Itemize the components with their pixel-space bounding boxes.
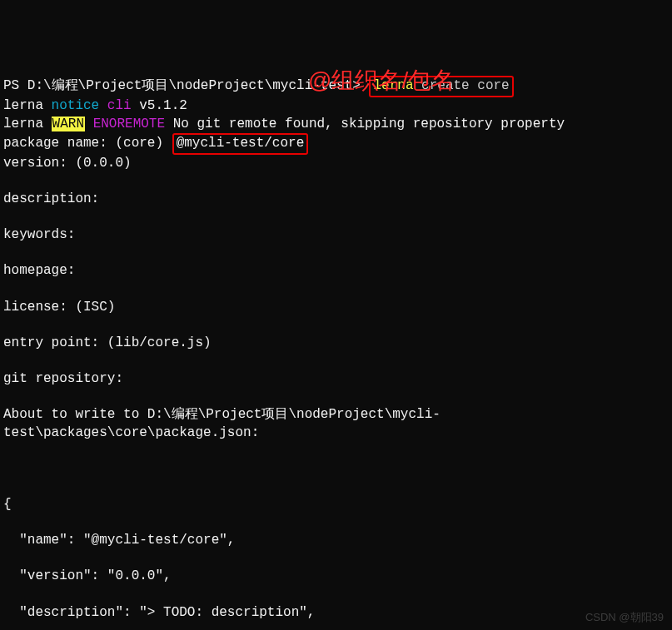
json-description: "description": "> TODO: description", [3,604,669,623]
description-line: description: [3,191,669,209]
highlight-box-pkgname: @mycli-test/core [172,133,309,155]
version-line: version: (0.0.0) [3,155,669,173]
homepage-line: homepage: [3,262,669,280]
lerna-notice-line: lerna notice cli v5.1.2 [3,97,669,116]
license-line: license: (ISC) [3,299,669,317]
package-name-line: package name: (core) @mycli-test/core [3,133,669,155]
json-version: "version": "0.0.0", [3,568,669,586]
json-name: "name": "@mycli-test/core", [3,532,669,550]
lerna-warn-line: lerna WARN ENOREMOTE No git remote found… [3,116,669,134]
entry-point-line: entry point: (lib/core.js) [3,335,669,353]
watermark-text: CSDN @朝阳39 [585,610,664,625]
about-to-write-line: About to write to D:\编程\Project项目\nodePr… [3,406,669,442]
annotation-label: @组织名/包名 [308,65,455,97]
git-repo-line: git repository: [3,370,669,389]
terminal-output[interactable]: PS D:\编程\Project项目\nodeProject\mycli-tes… [3,76,669,630]
json-open: { [3,496,669,514]
keywords-line: keywords: [3,226,669,245]
